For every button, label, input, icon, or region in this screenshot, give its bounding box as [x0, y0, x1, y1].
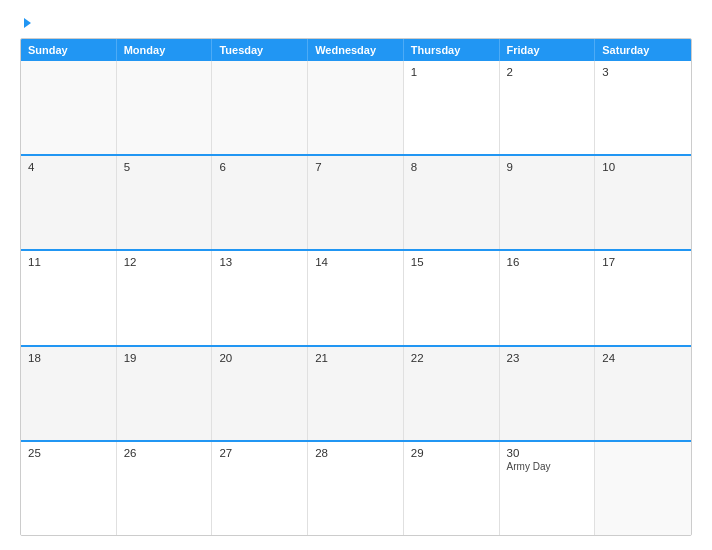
week-row-4: 18192021222324	[21, 345, 691, 440]
week-row-3: 11121314151617	[21, 249, 691, 344]
logo	[20, 18, 31, 28]
cal-cell-w4-d3: 28	[308, 442, 404, 535]
day-number: 30	[507, 447, 588, 459]
day-number: 1	[411, 66, 492, 78]
cal-cell-w1-d2: 6	[212, 156, 308, 249]
cal-cell-w3-d4: 22	[404, 347, 500, 440]
day-number: 12	[124, 256, 205, 268]
calendar-body: 1234567891011121314151617181920212223242…	[21, 61, 691, 535]
cal-cell-w2-d4: 15	[404, 251, 500, 344]
day-number: 2	[507, 66, 588, 78]
day-number: 10	[602, 161, 684, 173]
calendar-header: SundayMondayTuesdayWednesdayThursdayFrid…	[21, 39, 691, 61]
day-number: 5	[124, 161, 205, 173]
calendar-event: Army Day	[507, 461, 588, 472]
day-number: 16	[507, 256, 588, 268]
header	[20, 18, 692, 28]
cal-cell-w4-d0: 25	[21, 442, 117, 535]
cal-cell-w3-d2: 20	[212, 347, 308, 440]
day-header-wednesday: Wednesday	[308, 39, 404, 61]
cal-cell-w1-d0: 4	[21, 156, 117, 249]
cal-cell-w0-d3	[308, 61, 404, 154]
cal-cell-w2-d5: 16	[500, 251, 596, 344]
cal-cell-w0-d1	[117, 61, 213, 154]
cal-cell-w3-d5: 23	[500, 347, 596, 440]
day-number: 7	[315, 161, 396, 173]
cal-cell-w0-d2	[212, 61, 308, 154]
cal-cell-w0-d5: 2	[500, 61, 596, 154]
day-number: 26	[124, 447, 205, 459]
day-header-friday: Friday	[500, 39, 596, 61]
cal-cell-w1-d5: 9	[500, 156, 596, 249]
cal-cell-w2-d1: 12	[117, 251, 213, 344]
day-number: 19	[124, 352, 205, 364]
day-number: 13	[219, 256, 300, 268]
day-number: 20	[219, 352, 300, 364]
cal-cell-w3-d0: 18	[21, 347, 117, 440]
day-header-sunday: Sunday	[21, 39, 117, 61]
cal-cell-w2-d6: 17	[595, 251, 691, 344]
calendar-page: SundayMondayTuesdayWednesdayThursdayFrid…	[0, 0, 712, 550]
cal-cell-w4-d5: 30Army Day	[500, 442, 596, 535]
cal-cell-w1-d3: 7	[308, 156, 404, 249]
cal-cell-w2-d0: 11	[21, 251, 117, 344]
cal-cell-w2-d2: 13	[212, 251, 308, 344]
day-number: 22	[411, 352, 492, 364]
logo-blue-text	[20, 18, 31, 28]
day-number: 11	[28, 256, 109, 268]
day-header-tuesday: Tuesday	[212, 39, 308, 61]
day-number: 25	[28, 447, 109, 459]
logo-triangle-icon	[24, 18, 31, 28]
day-number: 28	[315, 447, 396, 459]
day-number: 4	[28, 161, 109, 173]
day-number: 17	[602, 256, 684, 268]
calendar-grid: SundayMondayTuesdayWednesdayThursdayFrid…	[20, 38, 692, 536]
day-number: 24	[602, 352, 684, 364]
cal-cell-w2-d3: 14	[308, 251, 404, 344]
day-header-thursday: Thursday	[404, 39, 500, 61]
day-number: 14	[315, 256, 396, 268]
week-row-5: 252627282930Army Day	[21, 440, 691, 535]
day-number: 27	[219, 447, 300, 459]
cal-cell-w3-d3: 21	[308, 347, 404, 440]
day-header-monday: Monday	[117, 39, 213, 61]
week-row-1: 123	[21, 61, 691, 154]
cal-cell-w0-d0	[21, 61, 117, 154]
week-row-2: 45678910	[21, 154, 691, 249]
cal-cell-w4-d4: 29	[404, 442, 500, 535]
cal-cell-w1-d6: 10	[595, 156, 691, 249]
cal-cell-w1-d1: 5	[117, 156, 213, 249]
day-number: 29	[411, 447, 492, 459]
cal-cell-w1-d4: 8	[404, 156, 500, 249]
day-number: 8	[411, 161, 492, 173]
cal-cell-w3-d1: 19	[117, 347, 213, 440]
day-number: 23	[507, 352, 588, 364]
cal-cell-w3-d6: 24	[595, 347, 691, 440]
cal-cell-w4-d1: 26	[117, 442, 213, 535]
day-number: 6	[219, 161, 300, 173]
day-number: 9	[507, 161, 588, 173]
day-number: 21	[315, 352, 396, 364]
cal-cell-w0-d4: 1	[404, 61, 500, 154]
day-header-saturday: Saturday	[595, 39, 691, 61]
day-number: 3	[602, 66, 684, 78]
cal-cell-w4-d2: 27	[212, 442, 308, 535]
cal-cell-w4-d6	[595, 442, 691, 535]
day-number: 15	[411, 256, 492, 268]
cal-cell-w0-d6: 3	[595, 61, 691, 154]
day-number: 18	[28, 352, 109, 364]
